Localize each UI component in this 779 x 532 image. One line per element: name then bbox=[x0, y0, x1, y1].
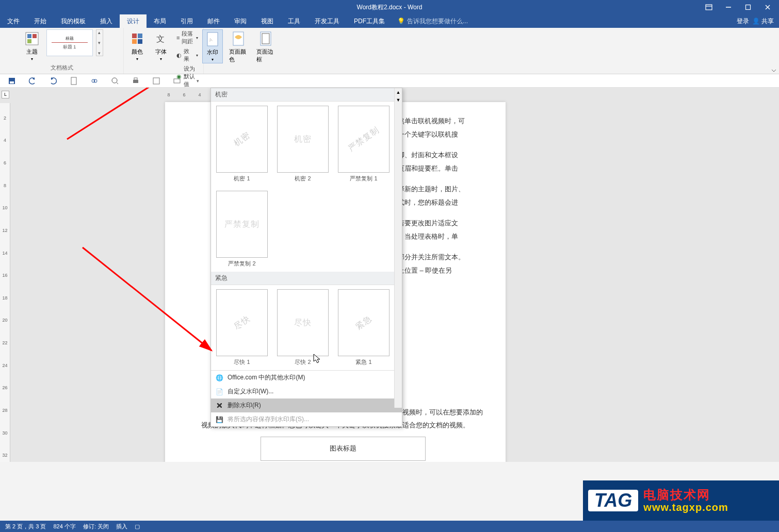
svg-point-24 bbox=[94, 79, 97, 82]
gallery-category-confidential: 机密 bbox=[211, 88, 402, 102]
share-button[interactable]: 👤 共享 bbox=[752, 17, 774, 26]
document-title: Word教程2.docx - Word bbox=[357, 3, 423, 12]
save-watermark-menu: 💾 将所选内容保存到水印库(S)... bbox=[211, 412, 402, 426]
tell-me-placeholder: 告诉我您想要做什么... bbox=[407, 17, 468, 26]
text-fragment: 一个关键字以联机搜 bbox=[398, 128, 493, 141]
tab-tools[interactable]: 工具 bbox=[281, 14, 307, 28]
theme-gallery-more[interactable]: ▴▾▾ bbox=[96, 29, 103, 56]
colors-button[interactable]: 颜色▾ bbox=[127, 29, 148, 62]
paragraph-spacing-button[interactable]: ≡段落间距▾ bbox=[174, 29, 200, 46]
svg-rect-10 bbox=[132, 34, 137, 38]
text-fragment: 止位置 – 即使在另 bbox=[398, 264, 493, 277]
page-color-button[interactable]: 页面颜色 bbox=[226, 29, 250, 64]
svg-text:文: 文 bbox=[156, 35, 165, 43]
watermark-button[interactable]: A 水印▾ bbox=[202, 29, 223, 63]
ribbon-tabs: 文件 开始 我的模板 插入 设计 布局 引用 邮件 审阅 视图 工具 开发工具 … bbox=[0, 14, 779, 28]
svg-rect-12 bbox=[132, 39, 137, 44]
window-minimize-button[interactable] bbox=[721, 2, 736, 13]
ribbon: 主题 ▾ 标题 标题 1 ▴▾▾ 文档格式 颜色▾ 文 字体▾ bbox=[0, 28, 779, 74]
document-format-group-label: 文档格式 bbox=[3, 64, 120, 72]
title-bar: Word教程2.docx - Word bbox=[0, 0, 779, 14]
text-fragment: 页眉和提要栏。单击 bbox=[398, 162, 493, 175]
tab-insert[interactable]: 插入 bbox=[93, 14, 120, 28]
custom-watermark-menu[interactable]: 📄 自定义水印(W)... bbox=[211, 385, 402, 398]
new-button[interactable] bbox=[69, 76, 78, 86]
watermark-option[interactable]: 机密机密 1 bbox=[216, 106, 268, 182]
chart-title-placeholder: 图表标题 bbox=[261, 437, 426, 461]
remove-watermark-menu[interactable]: 🗙 删除水印(R) bbox=[211, 398, 402, 412]
theme-preview[interactable]: 标题 标题 1 bbox=[46, 29, 93, 56]
redo-button[interactable] bbox=[48, 76, 58, 86]
tell-me-search[interactable]: 💡 告诉我您想要做什么... bbox=[392, 14, 468, 28]
mouse-cursor-icon bbox=[313, 354, 321, 364]
page-border-button[interactable]: 页面边框 bbox=[253, 29, 278, 64]
themes-button[interactable]: 主题 ▾ bbox=[21, 29, 43, 62]
undo-button[interactable] bbox=[28, 76, 37, 86]
lightbulb-icon: 💡 bbox=[397, 18, 405, 25]
ribbon-collapse-button[interactable] bbox=[771, 66, 777, 73]
login-link[interactable]: 登录 bbox=[737, 17, 749, 26]
save-icon: 💾 bbox=[215, 415, 223, 424]
svg-rect-13 bbox=[138, 39, 142, 44]
watermark-option[interactable]: 紧急紧急 1 bbox=[338, 289, 389, 366]
watermark-option[interactable]: 机密机密 2 bbox=[277, 106, 329, 182]
chevron-down-icon: ▾ bbox=[212, 57, 214, 62]
tab-layout[interactable]: 布局 bbox=[147, 14, 173, 28]
vertical-ruler[interactable]: 2468101214161820222426283032 bbox=[0, 103, 10, 462]
tab-templates[interactable]: 我的模板 bbox=[54, 14, 93, 28]
window-close-button[interactable] bbox=[760, 2, 775, 13]
tab-design[interactable]: 设计 bbox=[120, 14, 147, 28]
svg-rect-22 bbox=[71, 77, 76, 85]
office-watermarks-menu[interactable]: 🌐 Office.com 中的其他水印(M) ▸ bbox=[211, 371, 402, 385]
fonts-button[interactable]: 文 字体▾ bbox=[151, 29, 171, 62]
svg-rect-9 bbox=[27, 39, 31, 43]
default-icon: ◉ bbox=[176, 73, 182, 80]
set-default-button[interactable]: ◉设为默认值 bbox=[174, 64, 200, 89]
text-fragment: 部分并关注所需文本。 bbox=[398, 251, 493, 264]
tab-view[interactable]: 视图 bbox=[254, 14, 281, 28]
globe-icon: 🌐 bbox=[215, 374, 223, 382]
text-fragment: 择新的主题时，图片、 bbox=[398, 182, 493, 196]
svg-line-26 bbox=[117, 82, 118, 84]
page-icon: 📄 bbox=[215, 388, 223, 396]
gallery-scrollbar[interactable]: ▲ ▼ bbox=[394, 88, 402, 408]
scroll-down-icon[interactable]: ▼ bbox=[395, 96, 402, 104]
watermark-option[interactable]: 严禁复制严禁复制 2 bbox=[216, 191, 268, 268]
text-fragment: 脚、封面和文本框设 bbox=[398, 148, 493, 162]
tab-file[interactable]: 文件 bbox=[0, 14, 27, 28]
watermark-option[interactable]: 尽快尽快 1 bbox=[216, 289, 268, 366]
effects-button[interactable]: ◐效果▾ bbox=[174, 47, 200, 63]
tab-pdf[interactable]: PDF工具集 bbox=[347, 14, 392, 28]
text-fragment: 若要更改图片适应文 bbox=[398, 217, 493, 230]
chevron-down-icon: ▾ bbox=[31, 57, 33, 61]
svg-rect-3 bbox=[746, 5, 751, 10]
svg-point-25 bbox=[112, 78, 117, 83]
tab-references[interactable]: 引用 bbox=[173, 14, 200, 28]
watermark-gallery: 机密 机密机密 1 机密机密 2 严禁复制严禁复制 1 严禁复制严禁复制 2 紧… bbox=[210, 88, 402, 427]
scroll-up-icon[interactable]: ▲ bbox=[395, 88, 402, 96]
tab-developer[interactable]: 开发工具 bbox=[307, 14, 347, 28]
watermark-option[interactable]: 严禁复制严禁复制 1 bbox=[338, 106, 389, 182]
themes-label: 主题 bbox=[26, 48, 38, 56]
svg-rect-11 bbox=[138, 34, 142, 38]
spacing-icon: ≡ bbox=[176, 35, 180, 41]
save-button[interactable] bbox=[7, 76, 17, 86]
link-icon[interactable] bbox=[90, 76, 99, 86]
tab-selector[interactable]: L bbox=[2, 91, 9, 98]
text-fragment: 然单击联机视频时，可 bbox=[398, 114, 493, 128]
tab-mailings[interactable]: 邮件 bbox=[200, 14, 227, 28]
document-workspace: L 864230323436384042444648 2468101214161… bbox=[0, 88, 779, 462]
text-fragment: 。当处理表格时，单 bbox=[398, 230, 493, 243]
remove-icon: 🗙 bbox=[215, 402, 223, 410]
quick-access-toolbar: ▾ bbox=[0, 74, 779, 88]
svg-rect-8 bbox=[33, 34, 37, 38]
tab-home[interactable]: 开始 bbox=[27, 14, 54, 28]
svg-rect-21 bbox=[10, 81, 14, 84]
window-maximize-button[interactable] bbox=[741, 2, 755, 13]
svg-rect-0 bbox=[706, 5, 712, 10]
tab-review[interactable]: 审阅 bbox=[227, 14, 254, 28]
ribbon-options-button[interactable] bbox=[702, 2, 716, 13]
gallery-category-urgent: 紧急 bbox=[211, 272, 402, 285]
effects-icon: ◐ bbox=[176, 52, 182, 59]
preview-button[interactable] bbox=[110, 76, 120, 86]
